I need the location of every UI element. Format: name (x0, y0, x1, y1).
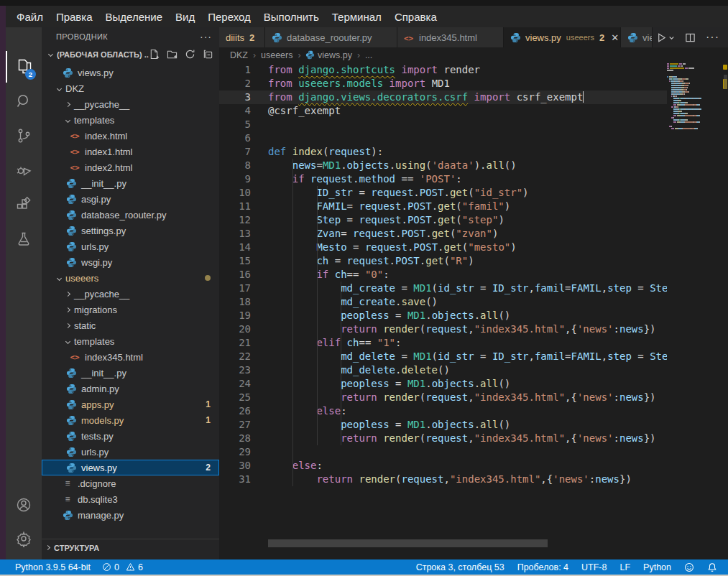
source-control-icon[interactable] (6, 120, 42, 152)
minimap[interactable] (667, 63, 722, 547)
indentation-status[interactable]: Пробелов: 4 (514, 559, 572, 575)
tree-folder-static[interactable]: static (42, 317, 219, 333)
tree-item-settings.py[interactable]: settings.py (42, 223, 219, 238)
sidebar-more-icon[interactable]: ··· (200, 31, 212, 42)
tree-item-.dcignore[interactable]: ≡.dcignore (42, 475, 219, 491)
tree-item-label: admin.py (81, 384, 119, 394)
explorer-icon[interactable]: 2 (6, 51, 42, 83)
tab-views.py[interactable]: views.pyuseeers2✕ (504, 27, 621, 47)
tree-item-wsgi.py[interactable]: wsgi.py (42, 254, 219, 270)
tree-item-label: .dcignore (78, 478, 116, 489)
line-number: 27 (219, 418, 251, 432)
code-line-24: 24 peopless = MD1.objects.all() (219, 377, 667, 391)
tab-index345.html[interactable]: <>index345.html (397, 27, 504, 47)
menu-help[interactable]: Справка (388, 9, 443, 25)
tab-database_roouter.py[interactable]: database_roouter.py (265, 27, 397, 47)
eol-status[interactable]: LF (616, 559, 634, 575)
tree-item-index2.html[interactable]: <>index2.html (42, 159, 219, 175)
tab-label: diiits (226, 32, 244, 43)
menu-selection[interactable]: Выделение (99, 9, 169, 25)
breadcrumb-item[interactable]: DKZ (230, 50, 248, 60)
tree-item-__init__.py[interactable]: __init__.py (42, 175, 219, 191)
tree-item-label: apps.py (81, 399, 114, 410)
feedback-smiley-icon[interactable] (681, 559, 698, 575)
line-number: 29 (219, 445, 251, 459)
split-editor-icon[interactable] (685, 32, 696, 43)
search-icon[interactable] (6, 85, 42, 117)
tree-item-urls.py[interactable]: urls.py (42, 238, 219, 254)
tree-item-__init__.py[interactable]: __init__.py (42, 365, 219, 381)
tree-item-label: views.py (78, 68, 114, 78)
extensions-icon[interactable] (6, 189, 42, 220)
tree-item-index345.html[interactable]: <>index345.html (42, 349, 219, 365)
menu-file[interactable]: Файл (10, 9, 50, 25)
tree-folder-templates[interactable]: templates (42, 333, 219, 349)
tree-item-admin.py[interactable]: admin.py (42, 381, 219, 396)
indent-guide (317, 186, 318, 445)
python-file-icon (65, 462, 77, 473)
workspace-section-header[interactable]: (РАБОЧАЯ ОБЛАСТЬ) ... (42, 46, 219, 63)
collapse-all-icon[interactable] (203, 49, 213, 61)
run-file-icon[interactable] (656, 32, 675, 43)
tree-item-label: urls.py (81, 241, 109, 252)
tree-folder-__pycache__[interactable]: __pycache__ (42, 96, 219, 112)
close-icon[interactable]: ✕ (611, 32, 619, 43)
tree-folder-DKZ[interactable]: DKZ (42, 80, 219, 96)
cursor-position-status[interactable]: Строка 3, столбец 53 (413, 559, 508, 575)
breadcrumb-item[interactable]: views.py (305, 50, 351, 60)
tree-item-db.sqlite3[interactable]: ≡db.sqlite3 (42, 491, 219, 507)
scrollbar-thumb-horizontal[interactable] (268, 539, 548, 547)
tree-item-views.py[interactable]: views.py2 (42, 460, 219, 475)
outline-section-header[interactable]: СТРУКТУРА (42, 539, 219, 556)
tree-item-models.py[interactable]: models.py1 (42, 412, 219, 428)
tree-item-views.py[interactable]: views.py (42, 65, 219, 80)
run-debug-icon[interactable] (6, 154, 42, 186)
tree-folder-migrations[interactable]: migrations (42, 302, 219, 317)
vscode-window: ФайлПравкаВыделениеВидПереходВыполнитьТе… (0, 0, 728, 576)
tab-diiits[interactable]: diiits2 (219, 27, 265, 47)
tree-folder-templates[interactable]: templates (42, 112, 219, 128)
code-line-3: 3from django.views.decorators.csrf impor… (219, 90, 667, 104)
python-interpreter-status[interactable]: Python 3.9.5 64-bit (11, 559, 94, 575)
line-number: 20 (219, 322, 251, 336)
tree-item-manage.py[interactable]: manage.py (42, 507, 219, 523)
settings-icon[interactable] (6, 523, 42, 554)
tab-vie[interactable]: vie (621, 27, 653, 47)
tree-item-database_roouter.py[interactable]: database_roouter.py (42, 207, 219, 223)
tree-item-index1.html[interactable]: <>index1.html (42, 144, 219, 159)
menu-run[interactable]: Выполнить (257, 9, 326, 25)
new-folder-icon[interactable] (167, 49, 178, 61)
breadcrumb-item[interactable]: ... (365, 50, 372, 60)
menu-terminal[interactable]: Терминал (326, 9, 388, 25)
tree-item-asgi.py[interactable]: asgi.py (42, 191, 219, 207)
line-number: 3 (219, 90, 251, 104)
account-icon[interactable] (6, 489, 42, 521)
tree-folder-useeers[interactable]: useeers (42, 270, 219, 286)
tree-item-tests.py[interactable]: tests.py (42, 428, 219, 444)
menu-go[interactable]: Переход (201, 9, 257, 25)
line-content: md_create.save() (251, 295, 438, 309)
menu-edit[interactable]: Правка (50, 9, 99, 25)
testing-icon[interactable] (6, 223, 42, 255)
notifications-bell-icon[interactable] (704, 559, 721, 575)
line-number: 18 (219, 295, 251, 309)
tree-folder-__pycache__[interactable]: __pycache__ (42, 286, 219, 302)
refresh-icon[interactable] (185, 49, 195, 61)
tree-item-urls.py[interactable]: urls.py (42, 444, 219, 460)
encoding-status[interactable]: UTF-8 (578, 559, 610, 575)
scrollbar-thumb-vertical[interactable] (724, 75, 727, 89)
more-actions-icon[interactable]: ··· (706, 31, 719, 44)
code-line-5: 5 (219, 118, 667, 131)
line-content: if ch== "0": (251, 268, 390, 282)
menu-view[interactable]: Вид (169, 9, 201, 25)
code-editor[interactable]: 1from django.shortcuts import render2fro… (219, 63, 667, 547)
tree-item-index.html[interactable]: <>index.html (42, 128, 219, 144)
problems-status[interactable]: 0 6 (98, 559, 147, 575)
tab-description: useeers (566, 33, 594, 42)
language-mode-status[interactable]: Python (640, 559, 675, 575)
tree-item-apps.py[interactable]: apps.py1 (42, 396, 219, 412)
new-file-icon[interactable] (149, 49, 160, 61)
tree-item-label: urls.py (81, 447, 109, 457)
breadcrumb-item[interactable]: useeers (261, 50, 292, 60)
tree-item-label: migrations (74, 305, 117, 315)
